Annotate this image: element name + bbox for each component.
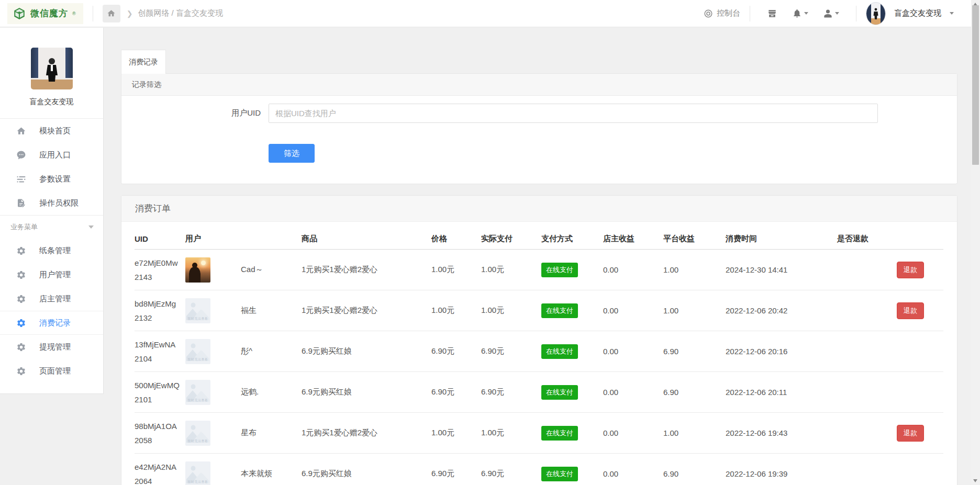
orders-table: UID用户商品价格实际支付支付方式店主收益平台收益消费时间是否退款 e72MjE… bbox=[121, 222, 957, 485]
orders-table-body: e72MjE0Mw2143Cad～1元购买1爱心赠2爱心1.00元1.00元在线… bbox=[135, 250, 943, 485]
store-icon bbox=[767, 8, 777, 19]
order-price: 6.90元 bbox=[431, 387, 481, 397]
column-header: 价格 bbox=[431, 234, 481, 244]
console-link[interactable]: 控制台 bbox=[704, 8, 740, 18]
order-paid: 6.90元 bbox=[481, 346, 541, 356]
sidebar-item-模块首页[interactable]: 模块首页 bbox=[0, 119, 103, 143]
bell-icon bbox=[792, 8, 802, 18]
order-uid: bd8MjEzMg2132 bbox=[135, 297, 185, 325]
placeholder-caption: 暂时无法查看 bbox=[185, 317, 210, 321]
app-logo[interactable]: 微信魔方 ® bbox=[7, 3, 83, 24]
sidebar-item-用户管理[interactable]: 用户管理 bbox=[0, 263, 103, 287]
sidebar-item-店主管理[interactable]: 店主管理 bbox=[0, 287, 103, 311]
order-price: 1.00元 bbox=[431, 265, 481, 275]
sidebar-section-business[interactable]: 业务菜单 bbox=[0, 216, 103, 239]
refund-button[interactable]: 退款 bbox=[897, 302, 924, 319]
order-payment-method: 在线支付 bbox=[541, 426, 603, 441]
orders-card-title: 消费订单 bbox=[121, 196, 957, 222]
column-header: UID bbox=[135, 234, 185, 243]
breadcrumb: 创颜网络 / 盲盒交友变现 bbox=[138, 8, 223, 18]
order-price: 1.00元 bbox=[431, 428, 481, 438]
order-platform-income: 6.90 bbox=[663, 469, 726, 478]
sidebar-item-应用入口[interactable]: 应用入口 bbox=[0, 143, 103, 167]
user-avatar-photo bbox=[185, 257, 210, 283]
order-platform-income: 1.00 bbox=[663, 265, 726, 274]
sidebar-item-纸条管理[interactable]: 纸条管理 bbox=[0, 239, 103, 263]
order-refund-cell: 退款 bbox=[837, 262, 943, 278]
sidebar-item-消费记录[interactable]: 消费记录 bbox=[0, 311, 103, 335]
order-owner-income: 0.00 bbox=[603, 428, 663, 437]
logo-text: 微信魔方 bbox=[30, 7, 68, 19]
notifications-button[interactable] bbox=[792, 8, 808, 18]
sidebar-item-label: 消费记录 bbox=[39, 318, 71, 328]
order-user: Cad～ bbox=[185, 257, 302, 283]
sidebar-main-menu: 模块首页应用入口参数设置操作员权限 bbox=[0, 119, 103, 215]
order-row: 500MjEwMQ2101暂时无法查看远鹤.6.9元购买红娘6.90元6.90元… bbox=[135, 372, 943, 413]
scrollbar-down-arrow[interactable] bbox=[973, 479, 977, 482]
order-refund-cell: 退款 bbox=[837, 425, 943, 442]
uid-search-input[interactable] bbox=[269, 104, 878, 123]
order-platform-income: 6.90 bbox=[663, 347, 726, 356]
sidebar-item-label: 用户管理 bbox=[39, 270, 71, 280]
gear-icon bbox=[16, 342, 26, 352]
order-product: 1元购买1爱心赠2爱心 bbox=[302, 306, 431, 315]
user-menu-button[interactable] bbox=[823, 8, 839, 18]
orders-table-header: UID用户商品价格实际支付支付方式店主收益平台收益消费时间是否退款 bbox=[135, 228, 943, 250]
order-paid: 1.00元 bbox=[481, 265, 541, 275]
order-uid: 500MjEwMQ2101 bbox=[135, 378, 185, 407]
logo-registered-mark: ® bbox=[72, 11, 76, 16]
order-platform-income: 1.00 bbox=[663, 306, 726, 315]
user-avatar-placeholder: 暂时无法查看 bbox=[185, 298, 210, 323]
sidebar-item-label: 参数设置 bbox=[39, 174, 71, 184]
scrollbar-thumb[interactable] bbox=[972, 5, 979, 165]
sidebar-item-页面管理[interactable]: 页面管理 bbox=[0, 359, 103, 383]
account-switcher[interactable]: 盲盒交友变现 bbox=[866, 2, 954, 25]
placeholder-caption: 暂时无法查看 bbox=[185, 398, 210, 403]
online-payment-badge: 在线支付 bbox=[541, 385, 578, 400]
store-button[interactable] bbox=[767, 8, 777, 19]
order-owner-income: 0.00 bbox=[603, 347, 663, 356]
column-header: 商品 bbox=[302, 234, 431, 244]
order-owner-income: 0.00 bbox=[603, 306, 663, 315]
order-paid: 1.00元 bbox=[481, 428, 541, 438]
sidebar-item-label: 纸条管理 bbox=[39, 246, 71, 256]
order-time: 2022-12-06 20:11 bbox=[726, 388, 837, 397]
console-label: 控制台 bbox=[717, 8, 740, 18]
tab-consumption-records[interactable]: 消费记录 bbox=[121, 50, 166, 74]
user-nickname: 福生 bbox=[241, 306, 257, 315]
person-icon bbox=[823, 8, 833, 18]
placeholder-caption: 暂时无法查看 bbox=[185, 357, 210, 362]
sidebar-item-label: 提现管理 bbox=[39, 342, 71, 352]
refund-button[interactable]: 退款 bbox=[897, 262, 924, 278]
sidebar: 盲盒交友变现 模块首页应用入口参数设置操作员权限 业务菜单 纸条管理用户管理店主… bbox=[0, 28, 104, 394]
column-header: 实际支付 bbox=[481, 234, 541, 244]
uid-code: 500MjEwMQ bbox=[135, 378, 185, 392]
gear-icon bbox=[16, 366, 26, 376]
order-time: 2022-12-06 19:43 bbox=[726, 428, 837, 437]
user-avatar-placeholder: 暂时无法查看 bbox=[185, 380, 210, 405]
sidebar-item-操作员权限[interactable]: 操作员权限 bbox=[0, 191, 103, 215]
order-product: 6.9元购买红娘 bbox=[302, 346, 431, 356]
sidebar-item-参数设置[interactable]: 参数设置 bbox=[0, 167, 103, 191]
logo-cube-icon bbox=[13, 7, 26, 20]
home-button[interactable] bbox=[103, 5, 120, 22]
online-payment-badge: 在线支付 bbox=[541, 303, 578, 318]
account-avatar bbox=[866, 2, 886, 25]
refund-button[interactable]: 退款 bbox=[897, 425, 924, 442]
comment-icon bbox=[16, 150, 26, 160]
online-payment-badge: 在线支付 bbox=[541, 344, 578, 359]
order-paid: 1.00元 bbox=[481, 306, 541, 315]
top-header: 微信魔方 ® ❯ 创颜网络 / 盲盒交友变现 控制台 bbox=[0, 0, 980, 27]
caret-down-icon bbox=[950, 12, 954, 15]
order-price: 1.00元 bbox=[431, 306, 481, 315]
order-payment-method: 在线支付 bbox=[541, 385, 603, 400]
filter-submit-button[interactable]: 筛选 bbox=[269, 144, 315, 163]
order-product: 1元购买1爱心赠2爱心 bbox=[302, 428, 431, 438]
column-header: 是否退款 bbox=[837, 234, 943, 244]
sidebar-item-label: 应用入口 bbox=[39, 150, 71, 160]
sliders-icon bbox=[16, 174, 26, 184]
sidebar-item-提现管理[interactable]: 提现管理 bbox=[0, 335, 103, 359]
person-photo-icon bbox=[31, 48, 73, 89]
uid-number: 2104 bbox=[135, 352, 185, 366]
page-scrollbar[interactable] bbox=[971, 0, 980, 485]
